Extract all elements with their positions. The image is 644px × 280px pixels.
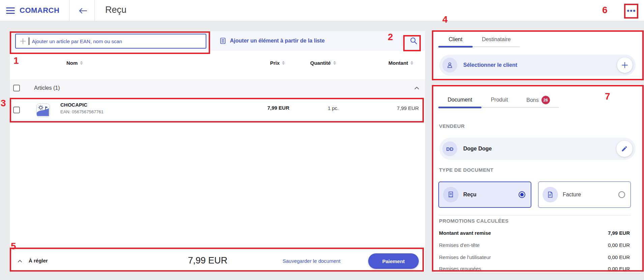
doc-type-option-facture[interactable]: Facture xyxy=(538,181,631,208)
select-client-label[interactable]: Sélectionner le client xyxy=(463,62,517,68)
tab-produit[interactable]: Produit xyxy=(481,97,517,103)
divider xyxy=(438,215,631,216)
promo-row-remises-entete: Remises d'en-tête 0,00 EUR xyxy=(439,242,630,248)
divider xyxy=(94,0,95,21)
add-client-button[interactable] xyxy=(617,57,633,73)
promo-row-remises-utilisateur: Remises de l'utilisateur 0,00 EUR xyxy=(439,254,630,260)
comarch-logo: COMARCH xyxy=(20,6,59,15)
client-panel: Client Destinataire Sélectionner le clie… xyxy=(433,31,642,81)
vendor-section-label: VENDEUR xyxy=(439,123,465,129)
more-options-icon xyxy=(627,10,629,12)
list-icon xyxy=(219,37,227,45)
radio-unselected-icon[interactable] xyxy=(618,191,625,198)
plus-icon xyxy=(621,62,628,68)
items-toolbar: Ajouter un article par EAN, nom ou scan … xyxy=(10,31,425,51)
receipt-icon xyxy=(447,191,455,198)
edit-vendor-button[interactable] xyxy=(616,141,633,157)
receipt-icon-circle xyxy=(443,187,459,202)
tab-bons-label: Bons xyxy=(526,97,538,103)
tab-client[interactable]: Client xyxy=(438,36,473,43)
app-bar: COMARCH Reçu xyxy=(0,0,644,21)
page-title: Reçu xyxy=(105,5,126,15)
item-price: 7,99 EUR xyxy=(267,105,289,111)
item-amount: 7,99 EUR xyxy=(378,105,419,111)
tab-track xyxy=(481,107,559,108)
column-header-quantite[interactable]: Quantité xyxy=(310,60,336,66)
pencil-icon xyxy=(621,145,628,152)
promo-row-montant-avant-remise: Montant avant remise 7,99 EUR xyxy=(439,230,630,236)
payment-button[interactable]: Paiement xyxy=(368,253,419,269)
select-all-checkbox[interactable] xyxy=(13,85,20,91)
item-quantity: 1 pc. xyxy=(328,105,339,111)
total-amount: 7,99 EUR xyxy=(162,255,254,266)
articles-group-row: Articles (1) xyxy=(10,79,425,97)
item-name: CHOCAPIC xyxy=(60,102,87,108)
item-ean: EAN: 0567567567761 xyxy=(60,109,104,114)
item-checkbox[interactable] xyxy=(13,107,20,113)
image-placeholder-icon xyxy=(37,104,49,116)
tab-document[interactable]: Document xyxy=(438,97,481,103)
vendor-name: Doge Doge xyxy=(463,146,492,152)
add-from-list-button[interactable]: Ajouter un élément à partir de la liste xyxy=(219,31,325,51)
doc-type-option-recu[interactable]: Reçu xyxy=(438,181,531,208)
column-header-montant[interactable]: Montant xyxy=(388,60,414,66)
promo-row-remises-groupees: Remises groupées 0,00 EUR xyxy=(439,266,630,272)
add-from-list-label: Ajouter un élément à partir de la liste xyxy=(230,38,325,44)
person-icon xyxy=(446,61,453,69)
client-avatar xyxy=(442,58,457,73)
back-button[interactable] xyxy=(76,6,90,16)
sort-icon xyxy=(282,61,285,65)
chevron-up-icon xyxy=(17,258,23,264)
save-document-link[interactable]: Sauvegarder le document xyxy=(283,258,341,264)
promotions-section-label: PROMOTIONS CALCULÉES xyxy=(439,218,508,224)
select-client-row[interactable]: Sélectionner le client xyxy=(439,55,636,76)
sort-icon xyxy=(80,61,83,65)
back-arrow-icon xyxy=(78,7,88,15)
collapse-group-button[interactable] xyxy=(413,84,420,93)
table-row[interactable]: CHOCAPIC EAN: 0567567567761 7,99 EUR 1 p… xyxy=(10,98,425,122)
doc-type-section-label: TYPE DE DOCUMENT xyxy=(439,167,493,173)
add-article-input[interactable]: Ajouter un article par EAN, nom ou scan xyxy=(15,34,206,49)
search-icon xyxy=(409,36,418,45)
add-article-placeholder: Ajouter un article par EAN, nom ou scan xyxy=(32,38,122,44)
bons-count-badge: 26 xyxy=(541,96,550,104)
summary-bar: À régler 7,99 EUR Sauvegarder le documen… xyxy=(10,250,425,272)
pos-receipt-screen: COMARCH Reçu Ajouter un article par EAN,… xyxy=(0,0,644,280)
chevron-up-icon xyxy=(413,84,420,92)
annotation-number-3: 3 xyxy=(1,98,6,109)
product-image xyxy=(36,104,50,117)
due-label: À régler xyxy=(29,258,48,263)
expand-summary-button[interactable] xyxy=(17,258,23,266)
column-header-nom[interactable]: Nom xyxy=(66,60,83,66)
invoice-icon xyxy=(547,191,554,198)
active-tab-indicator xyxy=(438,46,473,48)
radio-selected-icon[interactable] xyxy=(519,191,525,198)
doc-type-recu-label: Reçu xyxy=(463,192,476,198)
divider xyxy=(69,0,69,21)
sort-icon xyxy=(410,61,414,65)
plus-icon xyxy=(20,38,26,44)
vendor-row: DD Doge Doge xyxy=(439,138,636,160)
tab-bons[interactable]: Bons 26 xyxy=(517,96,559,104)
search-button[interactable] xyxy=(406,34,421,47)
more-options-button[interactable] xyxy=(626,6,637,16)
document-items-panel: Ajouter un article par EAN, nom ou scan … xyxy=(10,31,425,272)
tab-track xyxy=(473,46,520,47)
divider xyxy=(402,36,402,46)
hamburger-icon[interactable] xyxy=(6,7,15,14)
column-header-prix[interactable]: Prix xyxy=(270,60,285,66)
tab-destinataire[interactable]: Destinataire xyxy=(473,36,520,43)
vendor-avatar: DD xyxy=(442,141,457,156)
sort-icon xyxy=(333,61,336,65)
active-tab-indicator xyxy=(438,107,481,108)
articles-group-label: Articles (1) xyxy=(34,85,60,91)
document-panel: Document Produit Bons 26 VENDEUR DD Doge… xyxy=(433,84,642,273)
invoice-icon-circle xyxy=(543,187,558,202)
doc-type-facture-label: Facture xyxy=(563,192,581,198)
text-caret xyxy=(29,37,29,45)
